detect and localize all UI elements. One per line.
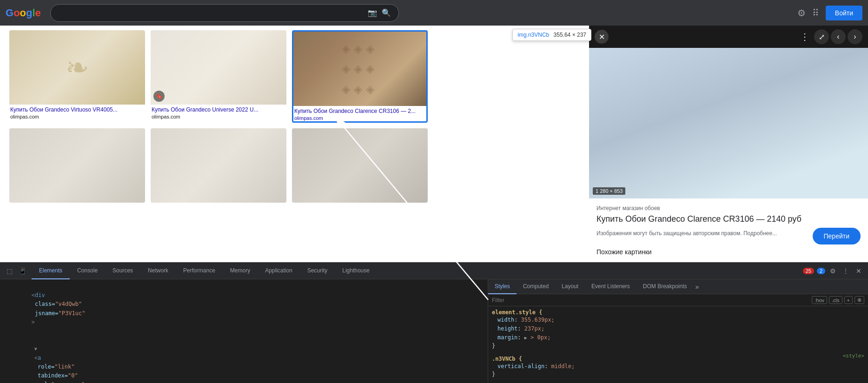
image-card-3[interactable] [9, 128, 145, 203]
devtools-settings-button[interactable]: ⚙ [827, 265, 838, 277]
preview-info: Интернет магазин обоев Купить Обои Grand… [589, 198, 868, 262]
bookmark-icon: 🔖 [153, 91, 165, 102]
css-prop-vertical-align: vertical-align: middle; [492, 362, 864, 371]
close-preview-button[interactable]: ✕ [595, 30, 609, 44]
styles-content: element.style { width: 355.639px; height… [488, 306, 868, 383]
tab-security[interactable]: Security [300, 263, 335, 279]
elements-panel: <div class="v4dQwb" jsname="P3V1uc" > ▼ … [0, 279, 488, 383]
preview-source: Интернет магазин обоев [596, 205, 861, 211]
css-prop-height: height: 237px; [492, 324, 864, 333]
card-title-2: Купить Обои Grandeco Clarence CR3106 — 2… [293, 106, 426, 115]
similar-label: Похожие картинки [596, 244, 861, 256]
tab-lighthouse[interactable]: Lighthouse [335, 263, 377, 279]
styles-panel: Styles Computed Layout Event Listeners D… [488, 279, 868, 383]
add-style-button[interactable]: + [844, 296, 853, 304]
html-line-0: <div class="v4dQwb" jsname="P3V1uc" > [4, 282, 484, 336]
css-block-close-1: } [492, 371, 864, 377]
devtools-panel: ⬚ 📱 Elements Console Sources Network Per… [0, 262, 868, 383]
tooltip-size: 355.64 × 237 [554, 32, 586, 38]
filter-buttons: :hov .cls + ⊕ [812, 296, 864, 304]
preview-header: ✕ ⋮ ⤢ ‹ › [589, 26, 868, 48]
search-results: Купить Обои Grandeco Virtuoso VR4005... … [0, 26, 589, 262]
preview-header-left: ✕ [595, 30, 609, 44]
html-line-1: ▼ <a role="link" tabindex="0" rel="noope… [4, 336, 484, 383]
settings-icon[interactable]: ⚙ [797, 7, 806, 19]
search-input[interactable]: site:www.olimpas.com grandeco [58, 9, 368, 17]
signin-button[interactable]: Войти [826, 6, 862, 20]
card-title-0: Купить Обои Grandeco Virtuoso VR4005... [9, 105, 145, 113]
image-thumbnail-3 [9, 128, 145, 203]
image-card-0[interactable]: Купить Обои Grandeco Virtuoso VR4005... … [9, 30, 145, 123]
image-thumbnail-1: 🔖 [151, 30, 286, 105]
image-card-2[interactable]: Купить Обои Grandeco Clarence CR3106 — 2… [292, 30, 428, 123]
css-origin-style: <style> [843, 353, 864, 362]
chrome-right: ⚙ ⠿ Войти [797, 6, 862, 20]
card-title-1: Купить Обои Grandeco Universe 2022 U... [151, 105, 286, 113]
hov-filter-button[interactable]: :hov [812, 296, 827, 304]
image-grid: Купить Обои Grandeco Virtuoso VR4005... … [9, 30, 428, 203]
styles-tab-computed[interactable]: Computed [517, 279, 555, 294]
css-prop-margin: margin: ▶ > 0px; [492, 333, 864, 342]
styles-tab-event-listeners[interactable]: Event Listeners [585, 279, 636, 294]
css-block-n3vncb: .n3VNCb { <style> vertical-align: middle… [492, 353, 864, 377]
styles-tab-styles[interactable]: Styles [488, 279, 517, 294]
tab-performance[interactable]: Performance [176, 263, 223, 279]
preview-actions-button[interactable]: ⋮ [797, 29, 812, 44]
css-prop-width: width: 355.639px; [492, 316, 864, 324]
tab-elements[interactable]: Elements [32, 263, 70, 279]
image-thumbnail-4 [151, 128, 286, 203]
tab-console[interactable]: Console [70, 263, 105, 279]
tab-memory[interactable]: Memory [223, 263, 258, 279]
image-thumbnail-5 [292, 128, 428, 203]
preview-fullscreen-button[interactable]: ⤢ [814, 29, 829, 44]
devtools-body: <div class="v4dQwb" jsname="P3V1uc" > ▼ … [0, 279, 868, 383]
image-preview-panel: ✕ ⋮ ⤢ ‹ › 1 280 × 853 Интернет магазин о… [589, 26, 868, 262]
preview-nav: ⋮ ⤢ ‹ › [797, 29, 862, 44]
styles-filter-bar: :hov .cls + ⊕ [488, 294, 868, 306]
go-to-page-button[interactable]: Перейти [813, 228, 861, 244]
image-thumbnail-0 [9, 30, 145, 105]
image-thumbnail-2 [293, 32, 426, 106]
styles-tabs-more[interactable]: » [696, 283, 699, 291]
image-size-badge: 1 280 × 853 [593, 187, 625, 195]
css-selector-n3vncb-text: .n3VNCb { [492, 356, 522, 362]
styles-tabs: Styles Computed Layout Event Listeners D… [488, 279, 868, 294]
search-icon[interactable]: 🔍 [382, 8, 391, 17]
device-toggle-button[interactable]: 📱 [17, 265, 28, 277]
styles-tab-layout[interactable]: Layout [555, 279, 585, 294]
camera-icon[interactable]: 📷 [368, 8, 377, 17]
preview-prev-button[interactable]: ‹ [831, 29, 846, 44]
info-count-badge: 2 [817, 268, 825, 274]
css-selector-n3vncb: .n3VNCb { <style> [492, 353, 864, 362]
tooltip-classname: img.n3VNCb [517, 32, 549, 38]
inspect-element-button[interactable]: ⬚ [4, 265, 15, 277]
tab-network[interactable]: Network [140, 263, 176, 279]
element-tooltip: img.n3VNCb 355.64 × 237 [512, 29, 591, 41]
tab-sources[interactable]: Sources [105, 263, 140, 279]
apps-icon[interactable]: ⠿ [812, 7, 819, 19]
preview-next-button[interactable]: › [848, 29, 862, 44]
devtools-close-button[interactable]: ✕ [853, 265, 864, 277]
card-domain-1: olimpas.com [151, 113, 286, 120]
css-selector-text: element.style { [492, 309, 542, 316]
css-block-element-style: element.style { width: 355.639px; height… [492, 309, 864, 349]
google-logo: Google [6, 7, 41, 19]
tab-application[interactable]: Application [258, 263, 300, 279]
main-content: Купить Обои Grandeco Virtuoso VR4005... … [0, 26, 868, 262]
css-selector-element: element.style { [492, 309, 864, 316]
search-bar[interactable]: site:www.olimpas.com grandeco 📷 🔍 [50, 4, 399, 22]
devtools-more-button[interactable]: ⋮ [840, 265, 851, 277]
image-card-4[interactable] [151, 128, 286, 203]
cls-filter-button[interactable]: .cls [829, 296, 842, 304]
preview-copyright: Изображения могут быть защищены авторски… [596, 230, 777, 237]
styles-filter-input[interactable] [492, 297, 812, 304]
preview-image: 1 280 × 853 [589, 48, 868, 198]
image-card-1[interactable]: 🔖 Купить Обои Grandeco Universe 2022 U..… [151, 30, 286, 123]
image-card-5[interactable] [292, 128, 428, 203]
preview-image-area: 1 280 × 853 [589, 48, 868, 198]
new-rule-button[interactable]: ⊕ [855, 296, 864, 304]
error-count-badge: 25 [803, 268, 814, 274]
preview-title: Купить Обои Grandeco Clarence CR3106 — 2… [596, 214, 861, 224]
chrome-toolbar: Google site:www.olimpas.com grandeco 📷 🔍… [0, 0, 868, 26]
styles-tab-dom-breakpoints[interactable]: DOM Breakpoints [636, 279, 694, 294]
